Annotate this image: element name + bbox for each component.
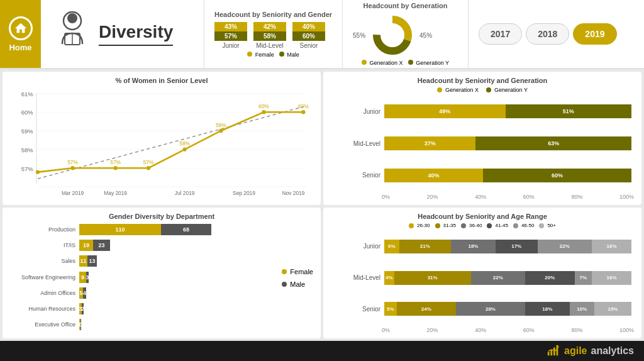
m-41-45: 20% <box>525 271 575 285</box>
senior-label: Senior <box>300 42 318 49</box>
male-legend-dot <box>279 52 284 57</box>
junior-gen-row: Junior 49% 51% <box>333 104 631 118</box>
m-36-40: 22% <box>471 271 525 285</box>
s-46-50: 10% <box>570 302 594 316</box>
svg-rect-40 <box>548 352 550 356</box>
gen-x-legend-dot <box>437 87 442 92</box>
j-41-45: 17% <box>496 240 538 253</box>
hr-row: Human Resources 3 2 <box>10 303 274 315</box>
junior-bar-stack: 43% 57% <box>214 22 247 41</box>
gender-diversity-panel: Gender Diversity by Department Productio… <box>3 208 321 338</box>
gen-legend: Generation X Generation Y <box>353 60 458 66</box>
donut-chart <box>370 13 414 57</box>
hr-label: Human Resources <box>10 306 79 312</box>
year-2018-btn[interactable]: 2018 <box>526 23 569 45</box>
svg-text:57%: 57% <box>110 159 121 165</box>
sales-male-bar: 13 <box>87 255 97 267</box>
male-legend-label: Male <box>287 52 299 58</box>
senior-gen-row: Senior 40% 60% <box>333 169 631 182</box>
gender-bars-container: Production 110 68 IT/IS 19 23 Sale <box>10 223 274 333</box>
gen-y-dot <box>408 60 413 65</box>
male-legend-item: Male <box>279 52 299 58</box>
header: Home Diversity Headcount by Seniority an… <box>0 0 644 69</box>
logo-icon <box>547 344 560 358</box>
age-31-35-dot <box>435 223 440 228</box>
junior-bar-group: 43% 57% Junior <box>214 22 247 49</box>
j-26-30: 6% <box>384 240 399 253</box>
age-chart: Junior 6% 21% 18% 17% 22% 16% Mid-Level … <box>331 231 634 325</box>
year-2017-btn[interactable]: 2017 <box>479 23 522 45</box>
footer: agile analytics <box>0 341 644 361</box>
senior-bar-stack: 40% 60% <box>292 22 325 41</box>
j-50plus: 16% <box>592 240 631 253</box>
junior-gen-label: Junior <box>333 108 380 115</box>
svg-point-24 <box>183 147 187 151</box>
senior-gen-bar: 40% 60% <box>384 169 631 182</box>
logo-sub: analytics <box>591 345 634 357</box>
gender-diversity-title: Gender Diversity by Department <box>10 213 313 220</box>
m-46-50: 7% <box>575 271 592 285</box>
exec-male-bar: 0 <box>80 319 81 330</box>
midlevel-bar-group: 42% 58% Mid-Level <box>253 22 286 49</box>
svg-text:Mar 2019: Mar 2019 <box>62 190 84 196</box>
age-41-45-dot <box>487 223 492 228</box>
svg-text:57%: 57% <box>143 159 154 165</box>
j-31-35: 21% <box>399 240 452 253</box>
softeng-bars: 9 3 <box>79 272 89 283</box>
senior-gen-x-segment: 40% <box>384 169 483 182</box>
s-26-30: 5% <box>384 302 397 316</box>
senior-male-pct: 60% <box>292 31 325 41</box>
seniority-bars: 43% 57% Junior 42% 58% Mid-Level 40% 60% <box>214 22 332 49</box>
svg-point-26 <box>262 110 265 114</box>
senior-gen-y-segment: 60% <box>483 169 631 182</box>
softeng-row: Software Engineering 9 3 <box>10 271 274 284</box>
svg-text:Nov 2019: Nov 2019 <box>282 190 305 196</box>
seniority-legend: Female Male <box>214 52 332 58</box>
age-46-50-dot <box>513 223 518 228</box>
sales-label: Sales <box>10 258 79 264</box>
home-button[interactable]: Home <box>0 0 41 68</box>
gen-y-legend: Generation Y <box>486 87 528 93</box>
production-female-bar: 110 <box>79 224 161 235</box>
midlevel-gen-row: Mid-Level 37% 63% <box>333 136 631 150</box>
logo: agile analytics <box>547 344 634 358</box>
gen-pct-right: 45% <box>419 32 432 39</box>
headcount-age-panel: Headcount by Seniority and Age Range 26-… <box>323 208 641 338</box>
women-senior-chart: 61% 60% 59% 58% 57% 57% <box>10 87 313 200</box>
headcount-seniority-panel: Headcount by Seniority and Gender 43% 57… <box>204 0 343 68</box>
donut-container: 55% 45% <box>353 13 458 57</box>
admin-label: Admin Offices <box>10 290 79 296</box>
softeng-label: Software Engineering <box>10 274 79 280</box>
age-31-35: 31-35 <box>435 223 456 228</box>
gender-male-text: Male <box>290 280 305 288</box>
gen-pct-left: 55% <box>353 32 365 39</box>
production-male-bar: 68 <box>161 224 211 235</box>
admin-bars: 5 4 <box>79 287 86 299</box>
seniority-gen-xaxis: 0%20%40%60%80%100% <box>331 194 634 200</box>
senior-age-bar: 5% 24% 28% 18% 10% 15% <box>384 302 631 316</box>
headcount-age-title: Headcount by Seniority and Age Range <box>331 213 634 220</box>
svg-rect-43 <box>557 345 558 356</box>
age-50plus: 50+ <box>539 223 556 228</box>
gender-male-legend: Male <box>282 280 313 288</box>
midlevel-gen-label: Mid-Level <box>333 140 380 147</box>
senior-female-pct: 40% <box>292 22 325 31</box>
main-content: % of Women in Senior Level 61% 60% 59% 5… <box>0 69 644 341</box>
diversity-header: Diversity <box>41 0 204 68</box>
svg-point-25 <box>219 129 223 133</box>
age-36-40-dot <box>461 223 466 228</box>
year-2019-btn[interactable]: 2019 <box>573 23 616 45</box>
women-senior-title: % of Women in Senior Level <box>10 77 313 84</box>
gen-y-legend-item: Generation Y <box>408 60 449 66</box>
home-icon <box>9 16 33 40</box>
svg-text:61%: 61% <box>21 91 33 97</box>
age-50plus-dot <box>539 223 544 228</box>
midlevel-female-pct: 42% <box>253 22 286 31</box>
midlevel-male-pct: 58% <box>253 31 286 41</box>
junior-label: Junior <box>222 42 239 49</box>
age-26-30: 26-30 <box>409 223 430 228</box>
headcount-gen-title: Headcount by Generation <box>353 2 458 9</box>
headcount-seniority-title: Headcount by Seniority and Gender <box>214 11 332 18</box>
senior-bar-group: 40% 60% Senior <box>292 22 325 49</box>
female-legend-dot <box>247 52 252 57</box>
